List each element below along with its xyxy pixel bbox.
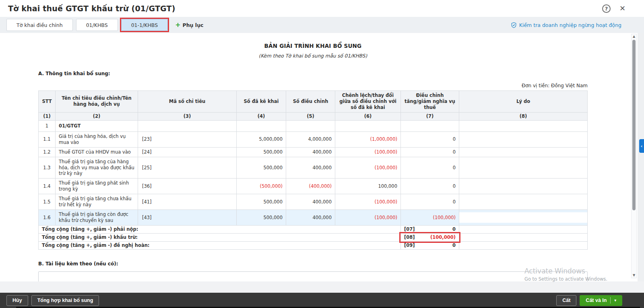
total-row-refund: Tổng cộng (tăng +, giảm -) đề nghị hoàn:… <box>39 242 588 250</box>
table-header-number-row: (1) (2) (3) (4) (5) (6) (7) (8) <box>39 112 588 120</box>
shield-check-icon <box>511 22 517 28</box>
tab-bar: Tờ khai điều chỉnh 01/KHBS 01-1/KHBS + P… <box>0 17 644 33</box>
side-panel-toggle[interactable]: ‹ <box>639 139 644 153</box>
check-business-status-link[interactable]: Kiểm tra doanh nghiệp ngừng hoạt động <box>511 22 638 28</box>
table-row: 1 01/GTGT <box>39 120 588 131</box>
total-code: [08] <box>404 234 415 240</box>
save-and-print-label: Cất và In <box>586 298 607 303</box>
annotated-total-cell: [08] (100,000) <box>401 234 459 242</box>
col-header-name: Tên chỉ tiêu điều chỉnh/Tên hàng hóa, dị… <box>56 91 138 113</box>
cancel-button[interactable]: Hủy <box>6 295 28 306</box>
form-content: BẢN GIẢI TRÌNH KHAI BỔ SUNG (Kèm theo Tờ… <box>0 33 638 281</box>
total-row-deductible: Tổng cộng (tăng +, giảm -) khấu trừ: [08… <box>39 234 588 242</box>
total-code: [09] <box>404 242 415 248</box>
action-bar: Hủy Tổng hợp khai bổ sung Cất Cất và In … <box>0 293 644 308</box>
document-subtitle: (Kèm theo Tờ khai bổ sung mẫu số 01/KHBS… <box>38 53 588 59</box>
section-b-label: B. Tài liệu kèm theo (nếu có): <box>38 261 588 267</box>
check-business-status-label: Kiểm tra doanh nghiệp ngừng hoạt động <box>519 22 621 28</box>
col-num-5: (5) <box>286 112 335 120</box>
attachments-input[interactable] <box>38 271 588 281</box>
footer-right-group: Cất Cất và In ▾ <box>556 295 622 306</box>
add-appendix-button[interactable]: + Phụ lục <box>175 22 203 28</box>
table-row: 1.4 Thuế giá trị gia tăng phát sinh tron… <box>39 179 588 194</box>
tab-to-khai-dieu-chinh[interactable]: Tờ khai điều chỉnh <box>6 19 73 31</box>
help-icon[interactable]: ? <box>602 4 611 13</box>
table-row: 1.1 Giá trị của hàng hóa, dịch vụ mua và… <box>39 131 588 147</box>
save-button[interactable]: Cất <box>556 295 576 306</box>
section-a-label: A. Thông tin khai bổ sung: <box>38 71 588 76</box>
col-num-2: (2) <box>56 112 138 120</box>
declaration-sheet: BẢN GIẢI TRÌNH KHAI BỔ SUNG (Kèm theo Tờ… <box>0 33 638 281</box>
total-value: 0 <box>452 242 456 248</box>
col-header-stt: STT <box>39 91 56 113</box>
vertical-scrollbar[interactable]: ▲ ▼ <box>631 34 637 278</box>
table-row: 1.3 Thuế giá trị gia tăng của hàng hóa, … <box>39 157 588 179</box>
caret-down-icon[interactable]: ▾ <box>614 299 616 302</box>
col-num-8: (8) <box>459 112 588 120</box>
col-num-6: (6) <box>335 112 401 120</box>
adjustment-table: STT Tên chỉ tiêu điều chỉnh/Tên hàng hóa… <box>38 90 588 250</box>
reason-input[interactable] <box>459 212 587 223</box>
save-and-print-button[interactable]: Cất và In ▾ <box>580 295 622 306</box>
table-row: 1.2 Thuế GTGT của HHDV mua vào [24] 500,… <box>39 147 588 157</box>
col-num-3: (3) <box>138 112 237 120</box>
tax-declaration-window: Tờ khai thuế GTGT khấu trừ (01/GTGT) ? ✕… <box>0 0 644 308</box>
col-header-tax-change: Điều chỉnh tăng/giảm nghĩa vụ thuế <box>401 91 459 113</box>
col-num-7: (7) <box>401 112 459 120</box>
currency-note: Đơn vị tiền: Đồng Việt Nam <box>38 83 588 88</box>
total-row-payable: Tổng cộng (tăng +, giảm -) phải nộp: [07… <box>39 226 588 234</box>
document-title: BẢN GIẢI TRÌNH KHAI BỔ SUNG <box>38 43 588 49</box>
tab-01-1-khbs[interactable]: 01-1/KHBS <box>121 19 168 31</box>
col-num-4: (4) <box>237 112 286 120</box>
col-header-reason: Lý do <box>459 91 588 113</box>
aggregate-declaration-button[interactable]: Tổng hợp khai bổ sung <box>31 295 99 306</box>
tab-01-khbs[interactable]: 01/KHBS <box>76 19 118 31</box>
scroll-gutter <box>638 33 644 281</box>
total-value: (100,000) <box>430 234 456 240</box>
table-header-row: STT Tên chỉ tiêu điều chỉnh/Tên hàng hóa… <box>39 91 588 113</box>
total-value: 0 <box>452 226 456 232</box>
scrollbar-thumb[interactable] <box>632 40 636 210</box>
close-icon[interactable]: ✕ <box>619 5 625 12</box>
window-title: Tờ khai thuế GTGT khấu trừ (01/GTGT) <box>0 4 175 13</box>
total-code: [07] <box>404 226 415 232</box>
table-row-selected: 1.6 Thuế giá trị gia tăng còn được khấu … <box>39 210 588 226</box>
button-divider <box>610 297 611 304</box>
table-row: 1.5 Thuế giá trị gia tăng chưa khấu trừ … <box>39 194 588 210</box>
col-num-1: (1) <box>39 112 56 120</box>
col-header-difference: Chênh lệch/thay đổi giữa số điều chỉnh v… <box>335 91 401 113</box>
plus-icon: + <box>175 22 180 28</box>
scroll-down-icon[interactable]: ▼ <box>632 273 636 278</box>
col-header-adjusted: Số điều chỉnh <box>286 91 335 113</box>
scroll-up-icon[interactable]: ▲ <box>632 34 636 39</box>
add-appendix-label: Phụ lục <box>183 22 204 28</box>
col-header-code: Mã số chỉ tiêu <box>138 91 237 113</box>
chevron-left-icon: ‹ <box>641 144 643 149</box>
window-header: Tờ khai thuế GTGT khấu trừ (01/GTGT) ? ✕ <box>0 0 644 17</box>
col-header-declared: Số đã kê khai <box>237 91 286 113</box>
window-actions: ? ✕ <box>602 4 644 13</box>
